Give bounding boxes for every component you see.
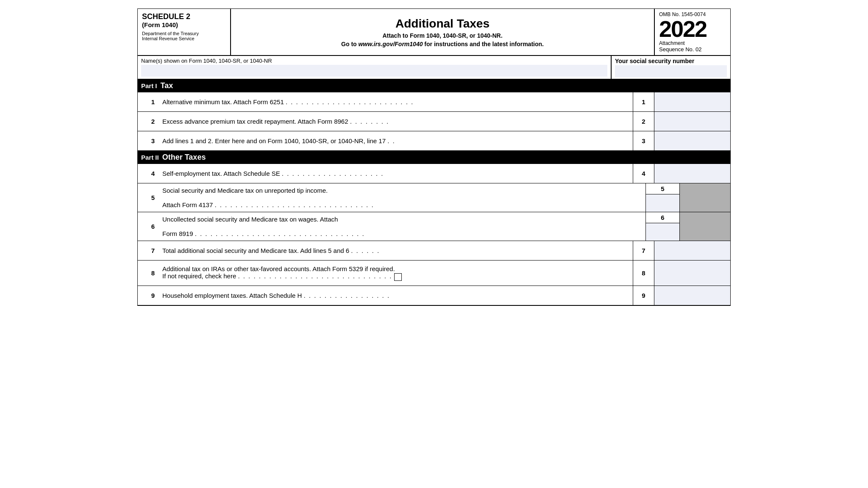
form-header: SCHEDULE 2 (Form 1040) Department of the…	[138, 9, 730, 56]
ssn-input[interactable]	[615, 65, 727, 77]
line-4-box-num: 4	[633, 164, 654, 183]
header-center: Additional Taxes Attach to Form 1040, 10…	[231, 9, 654, 55]
line-6-input[interactable]	[646, 223, 679, 241]
line-8-input[interactable]	[654, 261, 730, 286]
sequence-number: Sequence No. 02	[659, 46, 726, 53]
part1-label: Part I	[141, 82, 157, 89]
line-7-row: 7 Total additional social security and M…	[138, 241, 730, 261]
line-5-desc: Social security and Medicare tax on unre…	[159, 183, 645, 212]
line-6-gray-block	[679, 212, 730, 241]
header-right: OMB No. 1545-0074 2022 Attachment Sequen…	[654, 9, 730, 55]
tax-form-page: SCHEDULE 2 (Form 1040) Department of the…	[137, 8, 731, 306]
main-title: Additional Taxes	[235, 17, 650, 30]
name-field: Name(s) shown on Form 1040, 1040-SR, or …	[138, 56, 612, 79]
ssn-label: Your social security number	[615, 58, 727, 64]
line-6-intermediate: 6	[645, 212, 679, 241]
line-4-row: 4 Self-employment tax. Attach Schedule S…	[138, 164, 730, 183]
part2-label: Part II	[141, 154, 159, 161]
line-2-box-num: 2	[633, 112, 654, 131]
line-7-number: 7	[138, 241, 159, 260]
line-9-input[interactable]	[654, 286, 730, 305]
line-9-box-num: 9	[633, 286, 654, 305]
line-5-input[interactable]	[646, 194, 679, 212]
line-4-input[interactable]	[654, 164, 730, 183]
subtitle2: Go to www.irs.gov/Form1040 for instructi…	[235, 41, 650, 47]
part1-header: Part I Tax	[138, 79, 730, 92]
part2-header: Part II Other Taxes	[138, 151, 730, 164]
part1-title: Tax	[161, 81, 173, 90]
line-4-desc: Self-employment tax. Attach Schedule SE …	[159, 164, 633, 183]
form-ref: (Form 1040)	[142, 21, 226, 28]
part2-title: Other Taxes	[162, 153, 206, 162]
line-4-number: 4	[138, 164, 159, 183]
subtitle1: Attach to Form 1040, 1040-SR, or 1040-NR…	[235, 32, 650, 39]
line-1-desc: Alternative minimum tax. Attach Form 625…	[159, 92, 633, 111]
line-2-input[interactable]	[654, 112, 730, 131]
line-3-desc: Add lines 1 and 2. Enter here and on For…	[159, 131, 633, 150]
ssn-field: Your social security number	[612, 56, 730, 79]
line-6-number: 6	[138, 212, 159, 241]
line-1-number: 1	[138, 92, 159, 111]
line-8-checkbox[interactable]	[394, 273, 402, 281]
tax-year: 2022	[659, 17, 726, 40]
line-7-box-num: 7	[633, 241, 654, 260]
line-9-number: 9	[138, 286, 159, 305]
line-8-desc: Additional tax on IRAs or other tax-favo…	[159, 261, 633, 286]
line-5-number: 5	[138, 183, 159, 212]
schedule-title: SCHEDULE 2	[142, 12, 226, 21]
line-2-row: 2 Excess advance premium tax credit repa…	[138, 112, 730, 131]
name-ssn-row: Name(s) shown on Form 1040, 1040-SR, or …	[138, 56, 730, 79]
name-label: Name(s) shown on Form 1040, 1040-SR, or …	[141, 58, 607, 64]
line-6-desc: Uncollected social security and Medicare…	[159, 212, 645, 241]
line-5-intermediate: 5	[645, 183, 679, 212]
line-3-number: 3	[138, 131, 159, 150]
line-5-box-num: 5	[646, 183, 679, 194]
line-2-desc: Excess advance premium tax credit repaym…	[159, 112, 633, 131]
line-9-row: 9 Household employment taxes. Attach Sch…	[138, 286, 730, 305]
dept-name: Department of the Treasury Internal Reve…	[142, 31, 226, 41]
line-2-number: 2	[138, 112, 159, 131]
line-9-desc: Household employment taxes. Attach Sched…	[159, 286, 633, 305]
line-8-box-num: 8	[633, 261, 654, 286]
line-5-row: 5 Social security and Medicare tax on un…	[138, 183, 730, 212]
line-7-input[interactable]	[654, 241, 730, 260]
header-left: SCHEDULE 2 (Form 1040) Department of the…	[138, 9, 231, 55]
line-6-box-num: 6	[646, 212, 679, 223]
line-1-input[interactable]	[654, 92, 730, 111]
line-1-row: 1 Alternative minimum tax. Attach Form 6…	[138, 92, 730, 112]
line-3-input[interactable]	[654, 131, 730, 150]
line-7-desc: Total additional social security and Med…	[159, 241, 633, 260]
line-1-box-num: 1	[633, 92, 654, 111]
line-3-box-num: 3	[633, 131, 654, 150]
name-input[interactable]	[141, 65, 607, 77]
line-8-number: 8	[138, 261, 159, 286]
line-6-row: 6 Uncollected social security and Medica…	[138, 212, 730, 241]
line-5-gray-block	[679, 183, 730, 212]
line-8-row: 8 Additional tax on IRAs or other tax-fa…	[138, 261, 730, 286]
line-3-row: 3 Add lines 1 and 2. Enter here and on F…	[138, 131, 730, 151]
